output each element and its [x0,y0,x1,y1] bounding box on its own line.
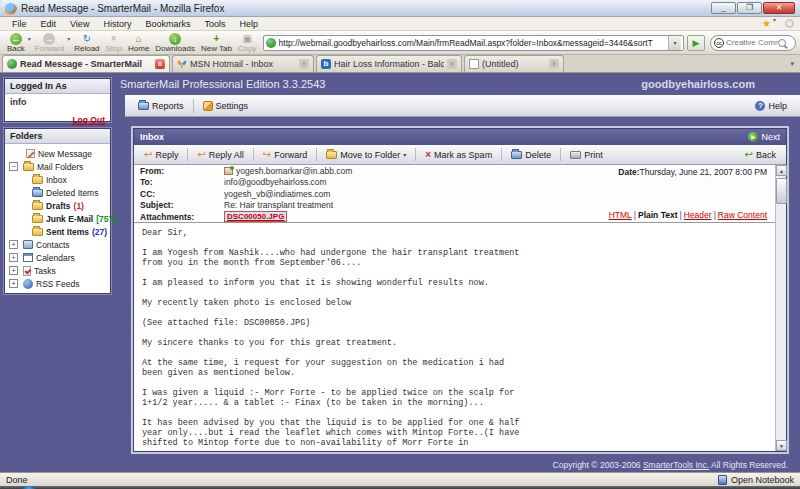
logged-in-title: Logged In As [5,79,110,94]
next-button[interactable]: ▶ Next [748,132,780,142]
view-header-link[interactable]: Header [684,210,712,220]
folder-calendars[interactable]: + Calendars [5,251,110,264]
expand-icon[interactable]: + [9,279,18,288]
addon-dropdown-icon[interactable]: ▾ [773,16,776,23]
message-body: Dear Sir, I am Yogesh from Nashik....who… [134,223,775,451]
menu-tools[interactable]: Tools [198,19,231,29]
delete-button[interactable]: Delete [507,150,555,160]
tab-untitled[interactable]: (Untitled) x [464,55,564,72]
webmail-page: SmarterMail Professional Edition 3.3.254… [0,73,800,472]
scroll-up-icon[interactable]: ▲ [776,165,787,176]
folder-mail-folders[interactable]: − Mail Folders [5,160,110,173]
menu-edit[interactable]: Edit [35,19,63,29]
url-bar[interactable]: http://webmail.goodbyehairloss.com/Main/… [263,35,684,51]
reply-all-icon: ↩ [197,150,205,160]
menu-bookmarks[interactable]: Bookmarks [139,19,196,29]
folder-tasks[interactable]: + Tasks [5,264,110,277]
folder-inbox[interactable]: Inbox [5,173,110,186]
search-icon[interactable] [778,39,786,47]
window-titlebar: Read Message - SmarterMail - Mozilla Fir… [0,0,800,17]
attachment-link[interactable]: DSC00050.JPG [224,211,287,222]
tab-msn-hotmail[interactable]: MSN Hotmail - Inbox x [172,55,314,72]
creative-commons-icon[interactable]: cc [714,38,724,48]
date-value: Thursday, June 21, 2007 8:00 PM [640,167,767,177]
help-button[interactable]: ? Help [750,101,792,111]
folder-drafts[interactable]: Drafts (1) [5,199,110,212]
tab-close-icon[interactable]: x [155,59,165,69]
folder-icon [32,176,43,184]
minimize-button[interactable]: _ [711,2,736,14]
stop-button[interactable]: × Stop [103,33,125,53]
url-text[interactable]: http://webmail.goodbyehairloss.com/Main/… [279,38,668,48]
scroll-down-icon[interactable]: ▼ [776,440,787,451]
open-notebook-button[interactable]: Open Notebook [731,475,794,485]
to-label: To: [134,177,224,187]
search-input[interactable] [726,38,778,47]
expand-icon[interactable]: + [9,266,18,275]
forward-dropdown-icon[interactable]: ▾ [67,35,70,42]
logout-link[interactable]: Log Out [72,115,105,125]
navigation-toolbar: ← Back ▾ → Forward ▾ ↻ Reload × Stop ⌂ H… [0,31,800,55]
new-tab-button[interactable]: + New Tab [198,33,235,53]
print-button[interactable]: Print [566,150,607,160]
back-button-mail[interactable]: ↩ Back [741,150,780,160]
reply-icon: ↩ [144,150,152,160]
menu-history[interactable]: History [97,19,137,29]
tab-close-icon[interactable]: x [299,59,309,69]
menu-file[interactable]: File [6,19,33,29]
reports-icon [138,102,149,110]
copy-button[interactable]: ▣ Copy [235,33,260,53]
reports-button[interactable]: Reports [133,101,189,111]
folder-rss-feeds[interactable]: + RSS Feeds [5,277,110,290]
home-button[interactable]: ⌂ Home [125,33,152,53]
tab-close-icon[interactable]: x [549,59,559,69]
folder-contacts[interactable]: + Contacts [5,238,110,251]
url-dropdown-icon[interactable]: ▾ [668,36,681,50]
folder-sent-items[interactable]: Sent Items (27) [5,225,110,238]
reply-button[interactable]: ↩ Reply [140,150,182,160]
forward-button-mail[interactable]: ↪ Forward [259,150,311,160]
view-plaintext-current: Plain Text [638,210,678,220]
close-button[interactable]: ✕ [763,2,795,14]
menu-help[interactable]: Help [233,19,264,29]
browser-window: Read Message - SmarterMail - Mozilla Fir… [0,0,800,489]
go-button[interactable]: ▶ [687,35,705,51]
to-value: info@goodbyehairloss.com [224,177,327,187]
smartertools-link[interactable]: SmarterTools Inc. [643,460,709,470]
back-button[interactable]: ← Back [4,33,28,53]
tasks-icon [23,266,31,276]
message-scrollbar[interactable]: ▲ ▼ [775,165,786,451]
folder-junk-email[interactable]: Junk E-Mail [757] [5,212,110,225]
expand-icon[interactable]: + [9,253,18,262]
folder-deleted-items[interactable]: Deleted Items [5,186,110,199]
tab-list-dropdown-icon[interactable]: ▾ [790,60,798,72]
reply-all-button[interactable]: ↩ Reply All [193,150,247,160]
site-favicon [266,38,276,48]
downloads-button[interactable]: ↓ Downloads [152,33,198,53]
from-value: yogesh.bornarkar@in.abb.com [236,166,352,176]
deleted-items-icon [32,189,43,197]
collapse-icon[interactable]: − [9,162,18,171]
settings-button[interactable]: Settings [198,101,254,111]
move-to-folder-button[interactable]: Move to Folder ▾ [322,150,410,160]
mark-as-spam-button[interactable]: × Mark as Spam [421,150,496,160]
restore-button[interactable]: ❐ [737,2,762,14]
new-message-button[interactable]: New Message [5,147,110,160]
addon-star-icon[interactable]: ★ [762,18,771,29]
forward-button[interactable]: → Forward [32,33,67,53]
reload-button[interactable]: ↻ Reload [71,33,102,53]
message-body-text: Dear Sir, I am Yogesh from Nashik....who… [134,223,775,448]
view-html-link[interactable]: HTML [609,210,632,220]
help-icon: ? [755,101,765,111]
view-rawcontent-link[interactable]: Raw Content [718,210,767,220]
scrollbar-thumb[interactable] [776,178,787,204]
tab-close-icon[interactable]: x [447,59,457,69]
menu-view[interactable]: View [64,19,95,29]
expand-icon[interactable]: + [9,240,18,249]
search-bar[interactable]: cc [710,35,796,51]
tab-balding-blog[interactable]: b Hair Loss Information - Balding Blog x [316,55,462,72]
notebook-icon[interactable] [718,475,727,485]
tab-read-message[interactable]: Read Message - SmarterMail x [2,55,170,72]
smartermail-favicon [7,59,17,69]
back-dropdown-icon[interactable]: ▾ [28,35,31,42]
